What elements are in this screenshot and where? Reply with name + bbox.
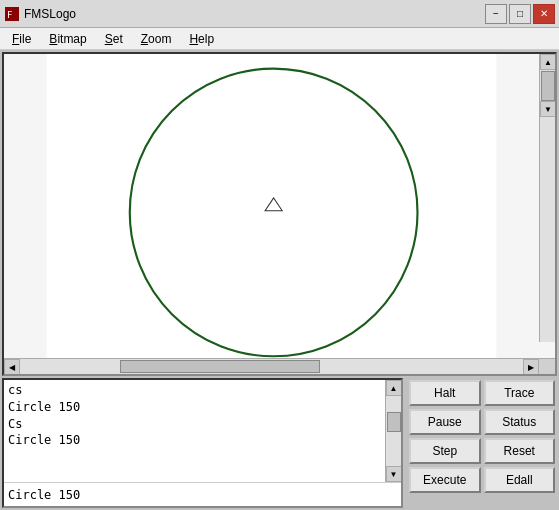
canvas-svg (4, 54, 539, 358)
log-scroll-thumb[interactable] (387, 412, 401, 432)
command-input[interactable] (4, 483, 401, 506)
status-button[interactable]: Status (484, 409, 556, 435)
scroll-down-arrow[interactable]: ▼ (540, 101, 555, 117)
canvas-scroll-area: ▲ ▼ (4, 54, 555, 358)
text-log: cs Circle 150 Cs Circle 150 (4, 380, 401, 482)
scroll-h-thumb[interactable] (120, 360, 320, 373)
log-scroll-up[interactable]: ▲ (386, 380, 402, 396)
title-bar-left: F FMSLogo (4, 6, 76, 22)
svg-rect-2 (47, 54, 497, 358)
scroll-left-arrow[interactable]: ◀ (4, 359, 20, 375)
canvas-wrapper: ▲ ▼ ◀ ▶ (2, 52, 557, 376)
menu-zoom[interactable]: Zoom (133, 30, 180, 48)
btn-row-2: Pause Status (409, 409, 555, 435)
svg-text:F: F (7, 10, 12, 20)
log-scrollbar[interactable]: ▲ ▼ (385, 380, 401, 482)
text-log-wrapper: cs Circle 150 Cs Circle 150 ▲ ▼ (4, 380, 401, 482)
edall-button[interactable]: Edall (484, 467, 556, 493)
trace-button[interactable]: Trace (484, 380, 556, 406)
maximize-button[interactable]: □ (509, 4, 531, 24)
menu-help[interactable]: Help (181, 30, 222, 48)
app-title: FMSLogo (24, 7, 76, 21)
execute-button[interactable]: Execute (409, 467, 481, 493)
menu-bar: File Bitmap Set Zoom Help (0, 28, 559, 50)
scroll-right-arrow[interactable]: ▶ (523, 359, 539, 375)
app-icon: F (4, 6, 20, 22)
right-panel: Halt Trace Pause Status Step Reset Execu… (407, 378, 557, 508)
minimize-button[interactable]: − (485, 4, 507, 24)
command-input-row (4, 482, 401, 506)
left-panel: cs Circle 150 Cs Circle 150 ▲ ▼ (2, 378, 403, 508)
bottom-section: cs Circle 150 Cs Circle 150 ▲ ▼ Halt Tra… (2, 378, 557, 508)
horizontal-scrollbar[interactable]: ◀ ▶ (4, 358, 555, 374)
halt-button[interactable]: Halt (409, 380, 481, 406)
menu-bitmap[interactable]: Bitmap (41, 30, 94, 48)
menu-set[interactable]: Set (97, 30, 131, 48)
step-button[interactable]: Step (409, 438, 481, 464)
menu-file[interactable]: File (4, 30, 39, 48)
btn-row-3: Step Reset (409, 438, 555, 464)
reset-button[interactable]: Reset (484, 438, 556, 464)
title-bar: F FMSLogo − □ ✕ (0, 0, 559, 28)
btn-row-1: Halt Trace (409, 380, 555, 406)
vertical-scrollbar[interactable]: ▲ ▼ (539, 54, 555, 342)
scrollbar-corner (539, 359, 555, 375)
title-bar-buttons: − □ ✕ (485, 4, 555, 24)
log-scroll-down[interactable]: ▼ (386, 466, 402, 482)
close-button[interactable]: ✕ (533, 4, 555, 24)
btn-row-4: Execute Edall (409, 467, 555, 493)
scroll-v-thumb[interactable] (541, 71, 555, 101)
scroll-up-arrow[interactable]: ▲ (540, 54, 555, 70)
main-content: ▲ ▼ ◀ ▶ cs Circle 150 Cs Circle 150 ▲ (0, 50, 559, 510)
scroll-h-track[interactable] (20, 359, 523, 374)
pause-button[interactable]: Pause (409, 409, 481, 435)
